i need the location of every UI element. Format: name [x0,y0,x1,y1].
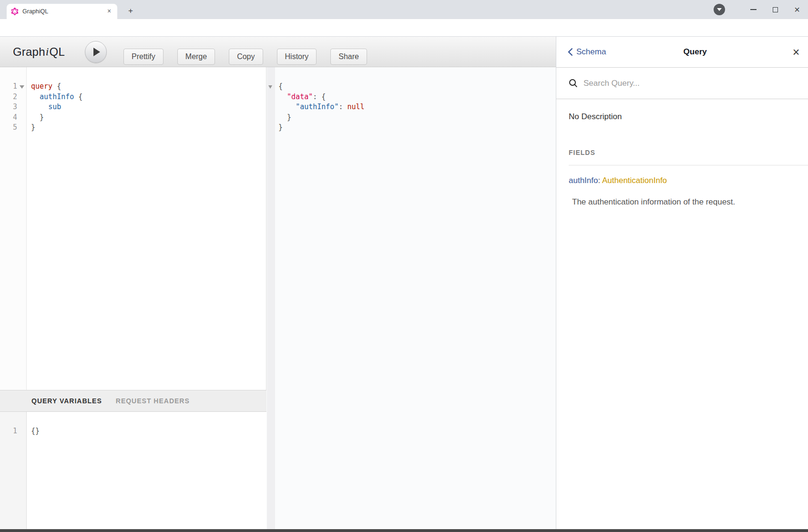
fold-arrow-icon[interactable] [20,85,24,89]
code-text: "authInfo": null [278,102,365,113]
close-icon: × [794,5,800,14]
graphiql-toolbar-buttons: PrettifyMergeCopyHistoryShare [123,49,367,65]
code-text: {} [31,426,40,437]
execute-query-button[interactable] [85,41,107,63]
doc-body: No Description FIELDS authInfo: Authenti… [556,112,808,207]
code-line: } [266,123,556,133]
code-text: } [31,113,44,123]
code-text: } [278,123,283,133]
code-line: 3 sub [0,102,266,113]
secondary-editor-tabs: QUERY VARIABLESREQUEST HEADERS [0,390,266,412]
tab-title: GraphiQL [22,8,105,15]
tab-search-chevron-icon[interactable] [714,4,725,15]
search-icon [569,79,578,88]
doc-field-item: authInfo: AuthenticationInfo [569,176,808,185]
code-text: } [31,123,35,133]
doc-fields-heading: FIELDS [569,149,808,156]
field-name-link[interactable]: authInfo [569,176,598,185]
field-colon: : [598,176,602,185]
line-number: 5 [0,123,17,133]
doc-close-button[interactable]: × [784,46,808,58]
query-pane: 1query {2 authInfo {3 sub4 }5} QUERY VAR… [0,67,266,529]
doc-search-input[interactable] [583,79,774,88]
line-number: 1 [0,82,17,92]
doc-fields-list: authInfo: AuthenticationInfoThe authenti… [569,176,808,207]
doc-no-description: No Description [569,112,808,122]
tab-request-headers[interactable]: REQUEST HEADERS [116,397,190,405]
graphiql-app: GraphiQL PrettifyMergeCopyHistoryShare 1… [0,37,808,532]
tab-query-variables[interactable]: QUERY VARIABLES [31,397,102,405]
variables-editor-pane: 1{} [0,412,266,529]
doc-back-label: Schema [576,47,606,57]
minimize-icon [750,9,757,10]
doc-explorer-header: Schema Query × [556,37,808,68]
result-fold-gutter [267,67,275,529]
line-number: 1 [0,426,17,437]
play-icon [93,48,100,56]
type-name-link[interactable]: AuthenticationInfo [602,176,667,185]
code-line: 1{} [0,426,266,437]
code-line: 5} [0,123,266,133]
graphiql-logo: GraphiQL [13,37,65,67]
doc-fields-divider [569,165,808,165]
doc-back-link[interactable]: Schema [568,47,606,57]
line-number: 3 [0,102,17,113]
tab-strip: GraphiQL × + × [0,0,808,19]
line-number: 4 [0,113,17,123]
browser-toolbar: ← → i localhost:3000/graphql ☆ P [0,19,808,37]
copy-button[interactable]: Copy [229,49,263,65]
close-window-button[interactable]: × [786,0,808,19]
code-text: query { [31,82,61,92]
browser-window: GraphiQL × + × ← → i localhost:3000/grap… [0,0,808,532]
doc-title: Query [606,47,784,57]
history-button[interactable]: History [277,49,317,65]
doc-explorer-panel: Schema Query × No Description FIELDS aut… [556,37,808,529]
field-description: The authentication information of the re… [572,197,789,207]
code-line: "authInfo": null [266,102,556,113]
doc-search-row [556,68,808,99]
fold-arrow-icon[interactable] [268,85,272,89]
code-line: "data": { [266,92,556,102]
code-text: sub [31,102,61,113]
maximize-button[interactable] [764,0,786,19]
graphql-favicon-icon [11,8,19,15]
chevron-left-icon [568,48,573,56]
code-text: authInfo { [31,92,82,102]
code-text: "data": { [278,92,326,102]
graphiql-topbar: GraphiQL PrettifyMergeCopyHistoryShare [0,37,556,67]
minimize-button[interactable] [742,0,764,19]
tab-close-icon[interactable]: × [105,7,113,16]
code-line: } [266,113,556,123]
line-number: 2 [0,92,17,102]
code-text: } [278,113,291,123]
result-pane: { "data": { "authInfo": null }} [266,67,556,529]
window-controls: × [714,0,808,19]
code-text: { [278,82,283,92]
prettify-button[interactable]: Prettify [123,49,164,65]
browser-tab[interactable]: GraphiQL × [7,4,117,19]
result-viewer[interactable]: { "data": { "authInfo": null }} [266,82,556,133]
new-tab-button[interactable]: + [125,6,136,17]
variables-editor[interactable]: 1{} [0,426,266,437]
code-line: 4 } [0,113,266,123]
window-bottom-edge [0,529,808,532]
merge-button[interactable]: Merge [177,49,215,65]
query-editor[interactable]: 1query {2 authInfo {3 sub4 }5} [0,82,266,133]
share-button[interactable]: Share [330,49,367,65]
maximize-icon [773,7,778,12]
code-line: 1query { [0,82,266,92]
code-line: { [266,82,556,92]
code-line: 2 authInfo { [0,92,266,102]
